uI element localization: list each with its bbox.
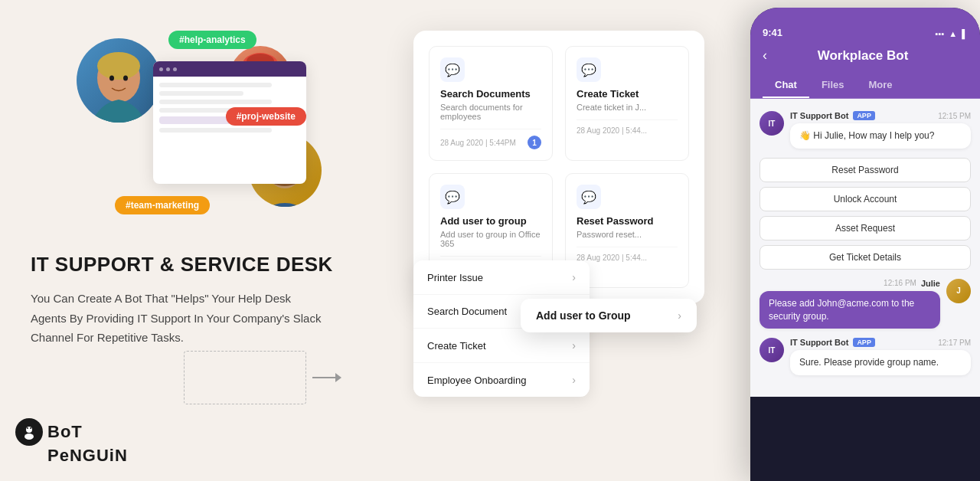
action-btn-reset-password[interactable]: Reset Password <box>760 158 971 182</box>
card-icon-chat: 💬 <box>440 57 465 82</box>
page-title: IT SUPPORT & SERVICE DESK <box>31 253 352 276</box>
wifi-icon: ▲ <box>949 29 957 38</box>
chat-sender-user: Julie <box>921 279 940 288</box>
menu-item-printer[interactable]: Printer Issue › <box>413 260 590 295</box>
page-description: You Can Create A Bot That "Helps" Your H… <box>31 289 322 348</box>
chevron-right-overlay-icon: › <box>678 309 681 322</box>
card-subtitle-3: Add user to group in Office 365 <box>440 230 541 248</box>
card-date-2: 28 Aug 2020 | 5:44... <box>577 126 647 135</box>
tab-more[interactable]: More <box>857 73 905 98</box>
menu-label-search: Search Document <box>427 306 507 317</box>
tag-team-marketing: #team-marketing <box>115 196 210 214</box>
add-group-overlay[interactable]: Add user to Group › <box>521 299 697 332</box>
svg-point-17 <box>26 427 32 433</box>
chat-time-user: 12:16 PM <box>884 279 916 287</box>
phone-title: Workplace Bot <box>776 48 949 64</box>
menu-item-create-ticket[interactable]: Create Ticket › <box>413 329 590 363</box>
chevron-right-icon-2: › <box>572 339 576 352</box>
left-section: #help-analytics #proj-website #team-mark… <box>0 0 383 481</box>
logo-penguin-text: PeNGUiN <box>47 446 128 466</box>
chat-sender-bot: IT Support Bot <box>790 111 848 120</box>
card-subtitle-2: Create ticket in J... <box>577 103 678 112</box>
hero-image: #help-analytics #proj-website #team-mark… <box>31 23 352 237</box>
logo-bot-text: BoT <box>47 422 83 442</box>
chevron-right-icon: › <box>572 271 576 283</box>
chat-time-bot-2: 12:17 PM <box>938 339 971 347</box>
action-btn-asset-request[interactable]: Asset Request <box>760 216 971 240</box>
avatar-woman <box>77 38 161 123</box>
card-title-3: Add user to group <box>440 215 541 227</box>
app-badge: APP <box>853 111 875 120</box>
chat-bubble-1: 👋 Hi Julie, How may I help you? <box>790 123 971 149</box>
svg-point-2 <box>97 52 140 80</box>
phone-status-bar: 9:41 ▪▪▪ ▲ ▌ <box>750 8 980 41</box>
svg-point-20 <box>30 427 31 429</box>
card-create-ticket[interactable]: 💬 Create Ticket Create ticket in J... 28… <box>565 46 689 161</box>
signal-icon: ▪▪▪ <box>936 29 945 38</box>
chat-time-1: 12:15 PM <box>938 112 971 120</box>
action-buttons: Reset Password Unlock Account Asset Requ… <box>760 158 971 270</box>
back-button[interactable]: ‹ <box>763 47 767 64</box>
menu-label-printer: Printer Issue <box>427 272 483 283</box>
user-avatar: J <box>946 279 971 303</box>
tag-help-analytics: #help-analytics <box>168 31 256 49</box>
add-group-label: Add user to Group <box>536 309 631 322</box>
menu-item-onboarding[interactable]: Employee Onboarding › <box>413 363 590 397</box>
bot-avatar: IT <box>760 111 784 136</box>
bot-avatar-2: IT <box>760 338 784 362</box>
battery-icon: ▌ <box>962 29 968 38</box>
arrow-indicator <box>184 351 341 404</box>
tab-files[interactable]: Files <box>809 73 857 98</box>
chevron-right-icon-3: › <box>572 374 576 386</box>
phone-header: ‹ Workplace Bot <box>750 41 980 73</box>
svg-point-19 <box>27 427 28 429</box>
card-icon-chat-4: 💬 <box>577 185 601 209</box>
card-icon-chat-2: 💬 <box>577 57 601 82</box>
svg-point-18 <box>24 434 34 440</box>
tag-proj-website: #proj-website <box>226 107 306 126</box>
card-title-2: Create Ticket <box>577 88 678 100</box>
chat-message-bot-1: IT IT Support Bot APP 12:15 PM 👋 Hi Juli… <box>760 111 971 149</box>
card-badge-1: 1 <box>528 136 541 149</box>
menu-label-create-ticket: Create Ticket <box>427 340 486 352</box>
chat-bubble-user: Please add John@acme.com to the security… <box>760 291 940 329</box>
card-subtitle-4: Password reset... <box>577 230 678 239</box>
phone-chat-body: IT IT Support Bot APP 12:15 PM 👋 Hi Juli… <box>750 99 980 397</box>
tab-chat[interactable]: Chat <box>763 73 809 98</box>
logo: BoT PeNGUiN <box>15 418 128 466</box>
card-title-4: Reset Password <box>577 215 678 227</box>
chat-message-user-1: J Julie 12:16 PM Please add John@acme.co… <box>760 279 971 329</box>
svg-point-4 <box>123 76 128 81</box>
card-subtitle-1: Search documents for employees <box>440 103 541 121</box>
right-section: 💬 Search Documents Search documents for … <box>383 0 980 481</box>
phone-time: 9:41 <box>763 27 782 38</box>
phone-mockup: 9:41 ▪▪▪ ▲ ▌ ‹ Workplace Bot Chat Files … <box>750 8 980 481</box>
card-date-4: 28 Aug 2020 | 5:44... <box>577 254 647 262</box>
svg-point-3 <box>109 76 114 81</box>
card-icon-chat-3: 💬 <box>440 185 465 209</box>
chat-message-bot-2: IT IT Support Bot APP 12:17 PM Sure. Ple… <box>760 338 971 375</box>
chat-sender-bot-2: IT Support Bot <box>790 338 848 347</box>
menu-label-onboarding: Employee Onboarding <box>427 375 526 386</box>
card-date-1: 28 Aug 2020 | 5:44PM <box>440 139 516 147</box>
action-btn-get-ticket-details[interactable]: Get Ticket Details <box>760 245 971 270</box>
card-title-1: Search Documents <box>440 88 541 100</box>
logo-icon <box>15 418 43 446</box>
phone-status-icons: ▪▪▪ ▲ ▌ <box>936 29 968 38</box>
svg-point-11 <box>258 203 312 207</box>
card-search-documents[interactable]: 💬 Search Documents Search documents for … <box>429 46 553 161</box>
action-btn-unlock-account[interactable]: Unlock Account <box>760 187 971 211</box>
app-badge-2: APP <box>853 338 875 347</box>
phone-tabs: Chat Files More <box>750 73 980 99</box>
chat-bubble-bot-2: Sure. Please provide group name. <box>790 350 971 375</box>
